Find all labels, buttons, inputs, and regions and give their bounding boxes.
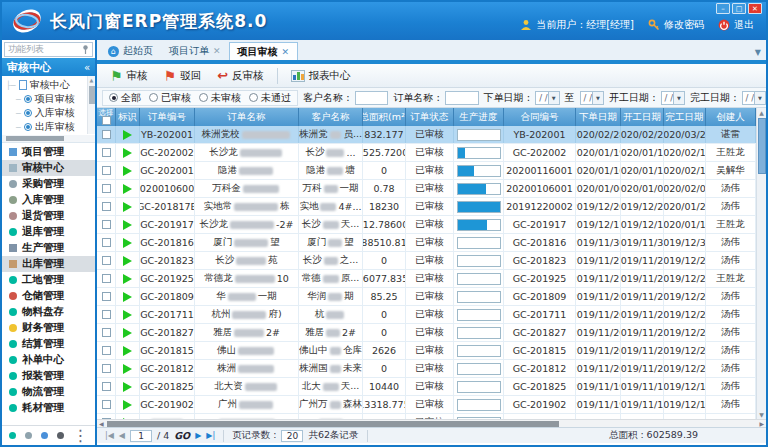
- grid-vertical-scrollbar[interactable]: ▲ ▼: [756, 108, 766, 419]
- column-header-start-date[interactable]: 开工日期: [621, 108, 664, 126]
- order-date-from-input[interactable]: / /▼: [535, 91, 559, 105]
- column-header-order-name[interactable]: 订单名称: [195, 108, 299, 126]
- sidebar-item-补单中心[interactable]: 补单中心: [2, 352, 95, 368]
- finish-date-input[interactable]: / /▼: [742, 91, 766, 105]
- table-row[interactable]: GC-201816厦门望厦门望188510.818已审核GC-201816201…: [97, 234, 756, 252]
- tree-item-0[interactable]: ─项目审核: [2, 92, 95, 106]
- tab-project-audit[interactable]: 项目审核 ✕: [229, 42, 299, 60]
- row-checkbox[interactable]: [102, 328, 111, 337]
- grid-horizontal-scrollbar[interactable]: ◀ ▶: [97, 419, 766, 427]
- table-row[interactable]: GC-201815佛山佛山中仓库2626已审核GC-2018152019/11/…: [97, 342, 756, 360]
- sidebar-item-入库管理[interactable]: 入库管理: [2, 192, 95, 208]
- report-center-button[interactable]: 报表中心: [284, 67, 358, 85]
- scroll-thumb[interactable]: [758, 118, 766, 174]
- row-checkbox[interactable]: [102, 274, 111, 283]
- table-row[interactable]: GC-201827雅居2#雅居2#0已审核GC-2018272019/11/20…: [97, 324, 756, 342]
- row-checkbox[interactable]: [102, 184, 111, 193]
- column-header-customer[interactable]: 客户名称: [299, 108, 363, 126]
- collapsed-icon-3[interactable]: [41, 432, 48, 439]
- scroll-up-icon[interactable]: ▲: [88, 76, 95, 85]
- row-checkbox[interactable]: [102, 292, 111, 301]
- radio-未审核[interactable]: 未审核: [199, 91, 241, 105]
- tab-home[interactable]: ⌂ 起始页: [100, 42, 161, 60]
- prev-page-button[interactable]: ◀: [119, 431, 125, 440]
- close-button[interactable]: ✕: [748, 3, 762, 14]
- collapsed-icon-2[interactable]: [25, 432, 32, 439]
- sidebar-item-仓储管理[interactable]: 仓储管理: [2, 288, 95, 304]
- calendar-dropdown-icon[interactable]: ▼: [548, 92, 559, 104]
- table-row[interactable]: GC-201825北大资北大天...10440已审核GC-2018252019/…: [97, 378, 756, 396]
- change-password-button[interactable]: 修改密码: [648, 18, 704, 32]
- column-header-order-no[interactable]: 订单编号: [140, 108, 195, 126]
- scroll-thumb[interactable]: [89, 86, 95, 104]
- page-number-input[interactable]: 1: [130, 430, 152, 442]
- reject-button[interactable]: ⚑ 驳回: [157, 67, 209, 85]
- calendar-dropdown-icon[interactable]: ▼: [754, 92, 765, 104]
- radio-全部[interactable]: 全部: [109, 91, 141, 105]
- sidebar-item-退货管理[interactable]: 退货管理: [2, 208, 95, 224]
- scroll-down-icon[interactable]: ▼: [757, 410, 766, 419]
- sidebar-item-报装管理[interactable]: 报装管理: [2, 368, 95, 384]
- row-checkbox[interactable]: [102, 130, 111, 139]
- sidebar-item-采购管理[interactable]: 采购管理: [2, 176, 95, 192]
- radio-未通过[interactable]: 未通过: [249, 91, 291, 105]
- maximize-button[interactable]: □: [732, 3, 746, 14]
- customer-name-input[interactable]: [355, 91, 389, 105]
- sidebar-item-退库管理[interactable]: 退库管理: [2, 224, 95, 240]
- table-row[interactable]: GC-201917长沙龙-2#长沙天...8512.78600...已审核GC-…: [97, 216, 756, 234]
- tree-item-1[interactable]: ─入库审核: [2, 106, 95, 120]
- table-row[interactable]: GC-201902广州广州万森林13318.775已审核GC-201902201…: [97, 396, 756, 414]
- calendar-dropdown-icon[interactable]: ▼: [673, 92, 684, 104]
- sidebar-item-耗材管理[interactable]: 耗材管理: [2, 400, 95, 416]
- tab-project-orders[interactable]: 项目订单 ✕: [161, 42, 229, 60]
- column-header-creator[interactable]: 创建人: [706, 108, 756, 126]
- sidebar-item-生产管理[interactable]: 生产管理: [2, 240, 95, 256]
- row-checkbox[interactable]: [102, 148, 111, 157]
- row-checkbox[interactable]: [102, 382, 111, 391]
- column-header-progress[interactable]: 生产进度: [454, 108, 504, 126]
- table-row[interactable]: GC-201817B实地常栋实地4#...18230已审核20191220002…: [97, 198, 756, 216]
- sidebar-item-物料盘存[interactable]: 物料盘存: [2, 304, 95, 320]
- row-checkbox[interactable]: [102, 346, 111, 355]
- radio-已审核[interactable]: 已审核: [149, 91, 191, 105]
- close-tab-icon[interactable]: ✕: [213, 46, 221, 56]
- sidebar-item-工地管理[interactable]: 工地管理: [2, 272, 95, 288]
- function-search-input[interactable]: 功能列表: [4, 42, 93, 57]
- collapse-icon[interactable]: «: [84, 62, 90, 73]
- tab-overflow-icon[interactable]: ▼: [755, 48, 761, 57]
- sidebar-item-结算管理[interactable]: 结算管理: [2, 336, 95, 352]
- audit-button[interactable]: ⚑ 审核: [103, 67, 155, 85]
- tree-horizontal-scrollbar[interactable]: [2, 135, 95, 142]
- minimize-button[interactable]: –: [716, 3, 730, 14]
- row-checkbox[interactable]: [102, 364, 111, 373]
- column-header-finish-date[interactable]: 完工日期: [664, 108, 706, 126]
- page-size-input[interactable]: 20: [281, 430, 303, 442]
- row-checkbox[interactable]: [102, 202, 111, 211]
- collapsed-icon-1[interactable]: [9, 432, 16, 439]
- row-checkbox[interactable]: [102, 400, 111, 409]
- scroll-up-icon[interactable]: ▲: [757, 108, 766, 117]
- last-page-button[interactable]: ▶|: [206, 431, 215, 440]
- order-date-to-input[interactable]: / /▼: [580, 91, 604, 105]
- sidebar-item-出库管理[interactable]: 出库管理: [2, 256, 95, 272]
- table-row[interactable]: GC-202002长沙龙长沙...65525.7200...已审核GC-2020…: [97, 144, 756, 162]
- row-checkbox[interactable]: [102, 256, 111, 265]
- row-checkbox[interactable]: [102, 166, 111, 175]
- go-button[interactable]: GO: [174, 430, 190, 441]
- overflow-dots[interactable]: ⋮: [73, 426, 89, 445]
- table-row[interactable]: GC-202001隐港隐港塘0已审核202001160012020/01/162…: [97, 162, 756, 180]
- collapsed-icon-4[interactable]: [57, 432, 64, 439]
- tree-root-audit-center[interactable]: ├─ 审核中心: [2, 78, 95, 92]
- table-row[interactable]: 20200106001万科金万科一期0.78已审核202001060012020…: [97, 180, 756, 198]
- sidebar-item-项目管理[interactable]: 项目管理: [2, 144, 95, 160]
- unaudit-button[interactable]: ↩ 反审核: [210, 67, 270, 85]
- tree-vertical-scrollbar[interactable]: ▲: [87, 76, 95, 134]
- table-row[interactable]: GC-201711杭州府)杭0已审核GC-2017112019/11/20201…: [97, 306, 756, 324]
- column-header-status[interactable]: 订单状态: [406, 108, 454, 126]
- column-header-flag[interactable]: 标识: [116, 108, 140, 126]
- logout-button[interactable]: 退出: [718, 18, 754, 32]
- calendar-dropdown-icon[interactable]: ▼: [592, 92, 603, 104]
- tree-item-2[interactable]: ─出库审核: [2, 120, 95, 134]
- scroll-thumb[interactable]: [107, 421, 559, 427]
- sidebar-item-物流管理[interactable]: 物流管理: [2, 384, 95, 400]
